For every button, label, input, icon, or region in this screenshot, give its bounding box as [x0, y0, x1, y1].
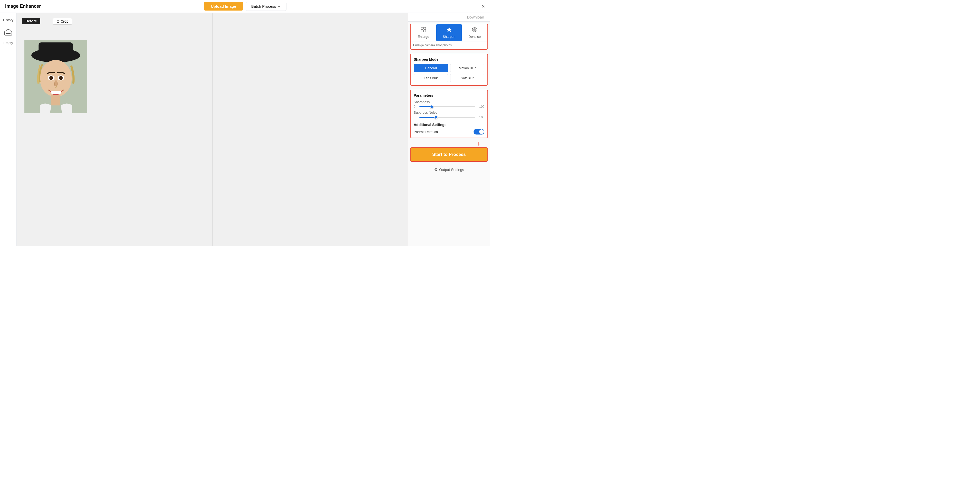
suppress-max: 100 — [477, 115, 484, 119]
output-settings-row[interactable]: ⚙ Output Settings — [408, 164, 490, 175]
tab-enlarge-label: Enlarge — [418, 35, 429, 38]
down-arrow-icon: ↓ — [477, 140, 480, 146]
suppress-label: Suppress Noise — [414, 110, 484, 115]
sharpness-min: 0 — [414, 105, 417, 109]
svg-point-9 — [59, 76, 63, 80]
sharpness-max: 100 — [477, 105, 484, 109]
tab-sharpen-label: Sharpen — [443, 35, 455, 38]
tab-denoise[interactable]: Denoise — [462, 24, 487, 41]
sidebar-empty-label: Empty — [3, 41, 13, 45]
mode-motion-blur-button[interactable]: Motion Blur — [450, 64, 485, 72]
mode-lens-blur-button[interactable]: Lens Blur — [414, 74, 448, 82]
before-label: Before — [22, 18, 40, 24]
svg-rect-10 — [51, 91, 60, 94]
parameters-section: Parameters Sharpness 0 100 Suppress Nois… — [410, 90, 488, 138]
download-bar: Download › — [408, 13, 490, 22]
svg-rect-15 — [421, 30, 423, 32]
right-panel: Download › Enlarge — [408, 13, 490, 246]
close-button[interactable]: × — [482, 3, 485, 9]
start-to-process-button[interactable]: Start to Process — [410, 147, 488, 162]
before-panel: Before ⊡ Crop — [17, 13, 213, 246]
portrait-retouch-row: Portrait Retouch — [414, 129, 484, 134]
sharpen-mode-title: Sharpen Mode — [414, 58, 484, 61]
mode-general-button[interactable]: General — [414, 64, 448, 72]
svg-rect-11 — [51, 95, 60, 105]
header: Image Enhancer Upload Image Batch Proces… — [0, 0, 490, 13]
tab-denoise-label: Denoise — [468, 35, 481, 38]
upload-image-button[interactable]: Upload Image — [204, 2, 243, 11]
enlarge-icon — [421, 27, 426, 34]
suppress-min: 0 — [414, 115, 417, 119]
svg-marker-17 — [447, 27, 452, 32]
mode-buttons: General Motion Blur Lens Blur Soft Blur — [414, 64, 484, 82]
svg-rect-4 — [38, 42, 73, 57]
arrow-indicator: ↓ — [410, 140, 488, 146]
portrait-label: Portrait Retouch — [414, 130, 438, 134]
mode-soft-blur-button[interactable]: Soft Blur — [450, 74, 485, 82]
svg-point-7 — [49, 76, 53, 80]
tab-enlarge[interactable]: Enlarge — [410, 24, 436, 41]
sidebar: History Empty — [0, 13, 17, 246]
after-panel: Ready to process — [213, 13, 408, 246]
svg-rect-16 — [424, 30, 426, 32]
history-icon — [3, 27, 13, 37]
svg-rect-1 — [6, 33, 11, 34]
suppress-noise-slider[interactable] — [419, 117, 475, 118]
tab-sharpen[interactable]: Sharpen — [436, 24, 462, 41]
denoise-icon — [472, 27, 477, 34]
download-button[interactable]: Download › — [467, 15, 487, 19]
process-section: Start to Process — [410, 147, 488, 162]
tab-description: Enlarge camera shot photos. — [410, 42, 487, 47]
parameters-title: Parameters — [414, 93, 484, 97]
download-arrow-icon: › — [485, 15, 487, 19]
before-image — [24, 40, 88, 113]
gear-icon: ⚙ — [434, 167, 438, 172]
sharpness-slider[interactable] — [419, 106, 475, 107]
sharpen-mode-section: Sharpen Mode General Motion Blur Lens Bl… — [410, 54, 488, 86]
sharpen-icon — [446, 27, 452, 34]
sharpness-label: Sharpness — [414, 100, 484, 104]
header-center: Upload Image Batch Process → — [204, 2, 286, 11]
download-label: Download — [467, 15, 484, 19]
additional-settings-title: Additional Settings — [414, 123, 484, 127]
tabs-row: Enlarge Sharpen — [410, 24, 487, 42]
portrait-retouch-toggle[interactable] — [474, 129, 484, 134]
crop-button[interactable]: ⊡ Crop — [52, 18, 72, 25]
tabs-section: Enlarge Sharpen — [410, 24, 488, 50]
svg-marker-19 — [473, 28, 476, 31]
crop-icon: ⊡ — [57, 19, 59, 23]
svg-rect-14 — [424, 27, 426, 29]
app-title: Image Enhancer — [5, 3, 41, 9]
svg-rect-13 — [421, 27, 423, 29]
output-settings-label: Output Settings — [439, 168, 464, 172]
suppress-row: 0 100 — [414, 115, 484, 119]
sharpness-row: 0 100 — [414, 105, 484, 109]
main-layout: History Empty Before ⊡ Crop — [0, 13, 490, 246]
toggle-knob — [479, 129, 484, 134]
batch-process-button[interactable]: Batch Process → — [246, 2, 286, 11]
sidebar-history-label: History — [3, 18, 13, 22]
canvas-area: Before ⊡ Crop — [17, 13, 408, 246]
